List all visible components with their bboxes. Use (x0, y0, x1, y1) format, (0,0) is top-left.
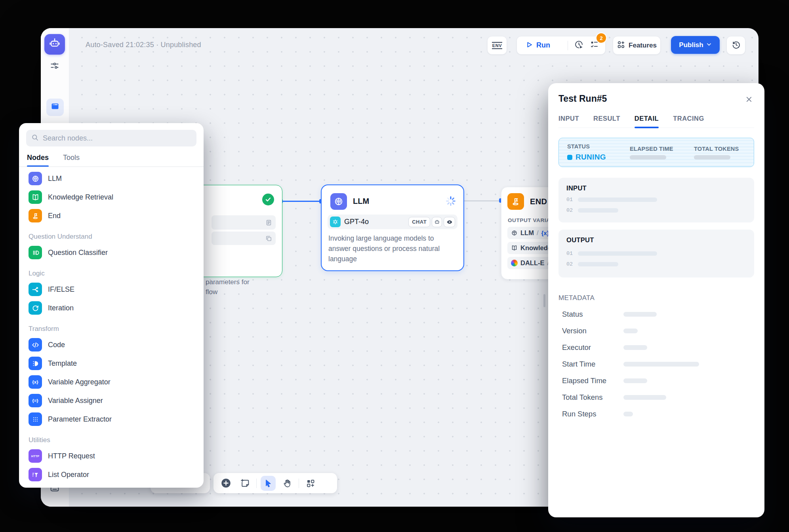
end-icon (29, 209, 42, 222)
metadata-row: Elapsed Time (558, 372, 754, 389)
node-item-http-request[interactable]: HTTP HTTP Request (26, 447, 196, 466)
code-icon (29, 338, 42, 352)
tokens-placeholder (694, 155, 730, 160)
start-node-description: parameters for flow (206, 277, 250, 297)
tab-detail[interactable]: DETAIL (635, 115, 659, 127)
elapsed-time-label: ELAPSED TIME (630, 146, 694, 152)
organize-layout-button[interactable] (303, 476, 318, 491)
run-group: Run 2 (516, 36, 606, 55)
llm-node[interactable]: LLM GPT-4o CHAT (321, 184, 464, 271)
app-logo[interactable] (44, 34, 65, 55)
env-button[interactable]: ENV (487, 36, 507, 55)
node-item-list-operator[interactable]: List Operator (26, 466, 196, 484)
metadata-row: Status (558, 306, 754, 323)
features-button[interactable]: Features (613, 36, 661, 55)
llm-node-description: Invoking large language models to answer… (328, 233, 457, 264)
hand-tool-button[interactable] (280, 476, 295, 491)
history-button[interactable] (726, 36, 745, 55)
success-check-icon (262, 194, 274, 205)
node-item-code[interactable]: Code (26, 336, 196, 354)
chat-mode-badge: CHAT (408, 217, 430, 227)
features-icon (617, 40, 625, 51)
svg-text:{=}: {=} (32, 398, 38, 403)
output-card: OUTPUT 01 02 (558, 230, 754, 277)
status-banner: STATUS RUNING ELAPSED TIME TOTAL TOKENS (558, 138, 754, 167)
sidebar-item-workflow[interactable] (46, 99, 64, 116)
canvas-toolbar (213, 473, 337, 493)
test-run-title: Test Run#5 (558, 93, 754, 104)
publish-button[interactable]: Publish (671, 36, 720, 54)
metadata-row: Start Time (558, 356, 754, 372)
value-placeholder (623, 312, 657, 317)
svg-text:{x}: {x} (32, 380, 38, 384)
node-item-if-else[interactable]: IF/ELSE (26, 280, 196, 299)
value-placeholder (623, 395, 666, 400)
node-item-knowledge-retrieval[interactable]: Knowledge Retrieval (26, 188, 196, 207)
template-icon (29, 357, 42, 370)
svg-text:HTTP: HTTP (31, 454, 39, 458)
value-placeholder (623, 412, 633, 416)
end-flag-icon (507, 193, 524, 210)
input-card: INPUT 01 02 (558, 178, 754, 222)
metadata-row: Executor (558, 339, 754, 356)
history-icon (732, 40, 741, 51)
close-icon[interactable] (744, 94, 754, 104)
http-request-icon: HTTP (29, 449, 42, 463)
input-title: INPUT (566, 184, 746, 192)
node-item-variable-assigner[interactable]: {=} Variable Assigner (26, 391, 196, 410)
node-item-template[interactable]: Template (26, 354, 196, 373)
node-item-llm[interactable]: LLM (26, 169, 196, 188)
tab-nodes[interactable]: Nodes (27, 154, 49, 166)
node-picker-tabs: Nodes Tools (27, 154, 196, 166)
add-note-button[interactable] (237, 476, 252, 491)
value-placeholder (623, 362, 699, 367)
value-placeholder (623, 345, 647, 350)
run-button[interactable]: Run (517, 41, 568, 50)
test-run-panel: Test Run#5 INPUT RESULT DETAIL TRACING S… (548, 83, 764, 517)
robot-icon (48, 37, 61, 51)
add-node-button[interactable] (218, 476, 233, 491)
node-item-question-classifier[interactable]: Question Classifier (26, 243, 196, 262)
copy-icon (265, 235, 272, 242)
tab-result[interactable]: RESULT (593, 115, 620, 127)
divider (299, 479, 299, 488)
end-node-title: END (530, 197, 547, 206)
clock-play-icon[interactable] (574, 40, 583, 51)
status-value: RUNING (576, 153, 606, 162)
search-input[interactable]: Search nodes... (26, 130, 196, 146)
vision-eye-badge (444, 217, 455, 227)
parameter-extractor-icon (29, 412, 42, 426)
llm-brain-outline-icon (511, 230, 518, 236)
node-item-variable-aggregator[interactable]: {x} Variable Aggregator (26, 373, 196, 391)
start-node-field[interactable] (212, 215, 276, 230)
divider (256, 479, 257, 488)
output-title: OUTPUT (566, 236, 746, 244)
elapsed-placeholder (630, 155, 666, 160)
metadata-row: Version (558, 323, 754, 339)
node-item-parameter-extractor[interactable]: Parameter Extractor (26, 410, 196, 429)
canvas-scroll-indicator[interactable] (543, 294, 545, 307)
spinner-icon (445, 196, 456, 208)
pointer-tool-button[interactable] (261, 476, 276, 491)
metadata-title: METADATA (558, 294, 754, 302)
settings-sliders-icon[interactable] (50, 61, 60, 71)
metadata-row: Total Tokens (558, 389, 754, 406)
llm-icon (29, 172, 42, 185)
start-node-field[interactable] (212, 232, 276, 245)
status-label: STATUS (567, 143, 630, 150)
node-item-end[interactable]: End (26, 207, 196, 225)
screen: Auto-Saved 21:02:35 · Unpublished ENV Ru… (0, 0, 789, 532)
tab-tracing[interactable]: TRACING (673, 115, 704, 127)
edge-llm-end (463, 200, 502, 201)
tab-tools[interactable]: Tools (63, 154, 80, 166)
question-classifier-icon (29, 246, 42, 259)
output-placeholder (578, 262, 618, 266)
metadata-row: Run Steps (558, 406, 754, 422)
node-item-iteration[interactable]: Iteration (26, 299, 196, 317)
dalle-icon (511, 260, 518, 266)
test-run-tabs: INPUT RESULT DETAIL TRACING (558, 115, 754, 128)
input-placeholder (578, 208, 618, 213)
tab-input[interactable]: INPUT (558, 115, 579, 127)
model-selector[interactable]: GPT-4o CHAT (328, 215, 457, 229)
value-placeholder (623, 378, 647, 383)
